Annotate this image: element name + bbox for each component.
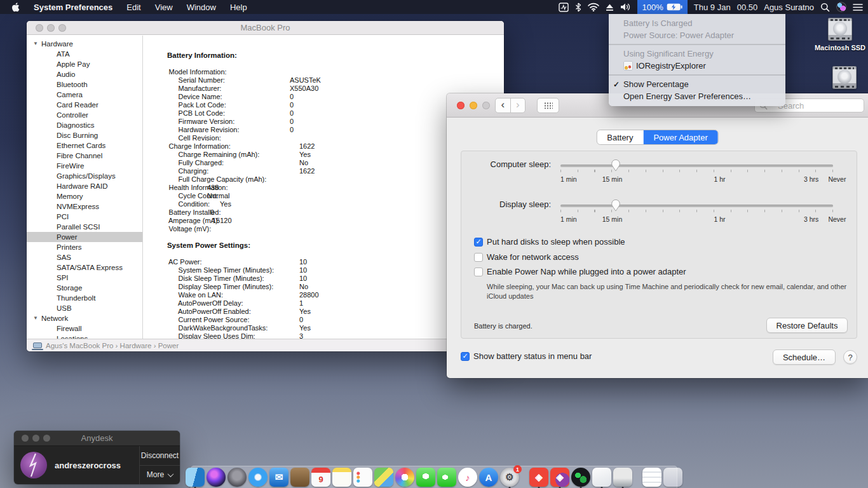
dock-icon-trash[interactable] bbox=[663, 468, 682, 487]
menu-item[interactable]: IORegistryExplorer bbox=[609, 60, 785, 72]
dock-icon-face[interactable] bbox=[437, 468, 456, 487]
sysinfo-title-bar[interactable]: MacBook Pro bbox=[27, 21, 504, 35]
dock-icon-reminders[interactable] bbox=[353, 468, 372, 487]
dock-icon-face[interactable]: 9 bbox=[311, 468, 330, 487]
computer-sleep-slider-track[interactable] bbox=[560, 165, 833, 167]
sidebar-item[interactable]: Printers bbox=[27, 242, 142, 252]
forward-button[interactable]: › bbox=[511, 98, 526, 112]
dock-icon-archive-utility[interactable] bbox=[613, 468, 632, 487]
dock-icon-itunes[interactable]: ♪ bbox=[458, 468, 477, 487]
sidebar-item[interactable]: ▼ Network bbox=[27, 313, 142, 323]
menu-bar-user[interactable]: Agus Suratno bbox=[764, 3, 814, 12]
sidebar-item[interactable]: Audio bbox=[27, 69, 142, 79]
sidebar-item[interactable]: Hardware RAID bbox=[27, 181, 142, 191]
menu-item[interactable]: ✓ Show Percentage bbox=[609, 78, 785, 90]
dock-icon-face[interactable]: ◈ bbox=[550, 468, 569, 487]
dock-icon-face[interactable] bbox=[290, 468, 309, 487]
menu-help[interactable]: Help bbox=[230, 3, 247, 12]
show-all-grid-button[interactable] bbox=[537, 98, 559, 113]
bluetooth-icon[interactable] bbox=[575, 3, 581, 12]
menu-item[interactable] bbox=[609, 44, 785, 45]
sidebar-item[interactable]: NVMExpress bbox=[27, 201, 142, 212]
sidebar-item[interactable]: SAS bbox=[27, 252, 142, 262]
more-button[interactable]: More bbox=[140, 465, 180, 485]
dock-icon-ioregistryexplorer[interactable] bbox=[592, 468, 611, 487]
sidebar-item[interactable]: PCI bbox=[27, 212, 142, 222]
siri-icon[interactable] bbox=[836, 2, 846, 12]
dock-icon-finder[interactable] bbox=[186, 468, 205, 487]
eject-icon[interactable] bbox=[606, 3, 614, 11]
menu-view[interactable]: View bbox=[155, 3, 173, 12]
dock-icon-face[interactable] bbox=[592, 468, 611, 487]
minimize-button[interactable] bbox=[470, 102, 477, 109]
sidebar-item[interactable]: Controller bbox=[27, 110, 142, 120]
dock-icon-face[interactable] bbox=[248, 468, 268, 487]
dock-icon-anydesk[interactable]: ◈ bbox=[529, 468, 548, 487]
sidebar-item[interactable]: Disc Burning bbox=[27, 130, 142, 140]
dock-icon-system-preferences[interactable]: ⚙ 1 bbox=[500, 468, 519, 487]
dock-icon-calendar[interactable]: 9 bbox=[311, 468, 330, 487]
checkbox-checked[interactable]: ✓ bbox=[474, 238, 483, 247]
dock-icon-documents-stack[interactable] bbox=[642, 468, 661, 487]
checkbox-unchecked[interactable] bbox=[474, 253, 483, 262]
checkbox-row-hard-disks[interactable]: ✓ Put hard disks to sleep when possible bbox=[474, 237, 625, 247]
dock-icon-anydesk-2[interactable]: ◈ bbox=[550, 468, 569, 487]
hard-drive-icon[interactable] bbox=[828, 18, 852, 41]
menu-item[interactable] bbox=[609, 74, 785, 76]
desktop-volume-macintosh-ssd[interactable]: Macintosh SSD bbox=[808, 18, 868, 51]
sidebar-item[interactable]: ▼ Hardware bbox=[27, 39, 142, 49]
schedule-button[interactable]: Schedule… bbox=[773, 349, 836, 365]
dock-icon-face[interactable] bbox=[416, 468, 435, 487]
display-sleep-slider-track[interactable] bbox=[560, 205, 833, 207]
dock-icon-photos[interactable] bbox=[395, 468, 414, 487]
dock-icon-face[interactable]: ✉ bbox=[269, 468, 288, 487]
sidebar-item[interactable]: Card Reader bbox=[27, 100, 142, 110]
sidebar-item[interactable]: SATA/SATA Express bbox=[27, 262, 142, 273]
dock-icon-face[interactable]: A bbox=[479, 468, 498, 487]
dock-icon-messages[interactable] bbox=[416, 468, 435, 487]
sidebar-item[interactable]: Graphics/Displays bbox=[27, 171, 142, 181]
dock-icon-launchpad[interactable] bbox=[227, 468, 247, 487]
dock-icon-notes[interactable] bbox=[332, 468, 351, 487]
dock-icon-face[interactable] bbox=[613, 468, 632, 487]
sidebar-item[interactable]: Apple Pay bbox=[27, 59, 142, 69]
menu-window[interactable]: Window bbox=[187, 3, 216, 12]
tab[interactable]: Power Adapter bbox=[643, 130, 717, 144]
dock-icon-face[interactable] bbox=[353, 468, 372, 487]
disclosure-triangle-icon[interactable]: ▼ bbox=[33, 313, 41, 323]
spotlight-search-icon[interactable] bbox=[820, 3, 830, 12]
back-button[interactable]: ‹ bbox=[496, 98, 511, 112]
menu-bar-date[interactable]: Thu 9 Jan bbox=[694, 3, 731, 12]
sidebar-item[interactable]: Bluetooth bbox=[27, 79, 142, 90]
dock-icon-face[interactable] bbox=[332, 468, 351, 487]
sidebar-item[interactable]: Storage bbox=[27, 283, 142, 293]
dock-icon-mail[interactable]: ✉ bbox=[269, 468, 288, 487]
menu-item[interactable]: Power Source: Power Adapter bbox=[609, 29, 785, 41]
menu-item[interactable]: Battery Is Charged bbox=[609, 17, 785, 29]
restore-defaults-button[interactable]: Restore Defaults bbox=[766, 318, 848, 333]
dock-icon-face[interactable] bbox=[663, 468, 682, 487]
dock-icon-green-globe-app[interactable] bbox=[571, 468, 590, 487]
dock-icon-contacts[interactable] bbox=[290, 468, 309, 487]
dock-icon-facetime[interactable] bbox=[437, 468, 456, 487]
sidebar-item[interactable]: Locations bbox=[27, 334, 142, 339]
dock-icon-siri[interactable] bbox=[207, 468, 226, 487]
battery-menu-extra[interactable]: 100% bbox=[637, 0, 688, 14]
sidebar-item[interactable]: SPI bbox=[27, 273, 142, 283]
menu-item[interactable]: Using Significant Energy bbox=[609, 48, 785, 60]
hard-drive-icon[interactable] bbox=[832, 66, 857, 89]
dock-icon-face[interactable]: ♪ bbox=[458, 468, 477, 487]
dock-icon-app-store[interactable]: A bbox=[479, 468, 498, 487]
sidebar-item[interactable]: Thunderbolt bbox=[27, 293, 142, 303]
dock-icon-face[interactable] bbox=[227, 468, 247, 487]
sidebar-item[interactable]: FireWire bbox=[27, 161, 142, 171]
sidebar-item[interactable]: Diagnostics bbox=[27, 120, 142, 130]
dock-icon-face[interactable]: ◈ bbox=[529, 468, 548, 487]
checkbox-unchecked[interactable] bbox=[474, 268, 483, 276]
dock-icon-face[interactable] bbox=[395, 468, 414, 487]
disconnect-button[interactable]: Disconnect bbox=[140, 446, 180, 465]
checkbox-checked[interactable]: ✓ bbox=[461, 352, 470, 361]
checkbox-row-wake-network[interactable]: Wake for network access bbox=[474, 252, 579, 262]
sidebar-item[interactable]: Power bbox=[27, 232, 142, 242]
help-button[interactable]: ? bbox=[843, 350, 857, 364]
